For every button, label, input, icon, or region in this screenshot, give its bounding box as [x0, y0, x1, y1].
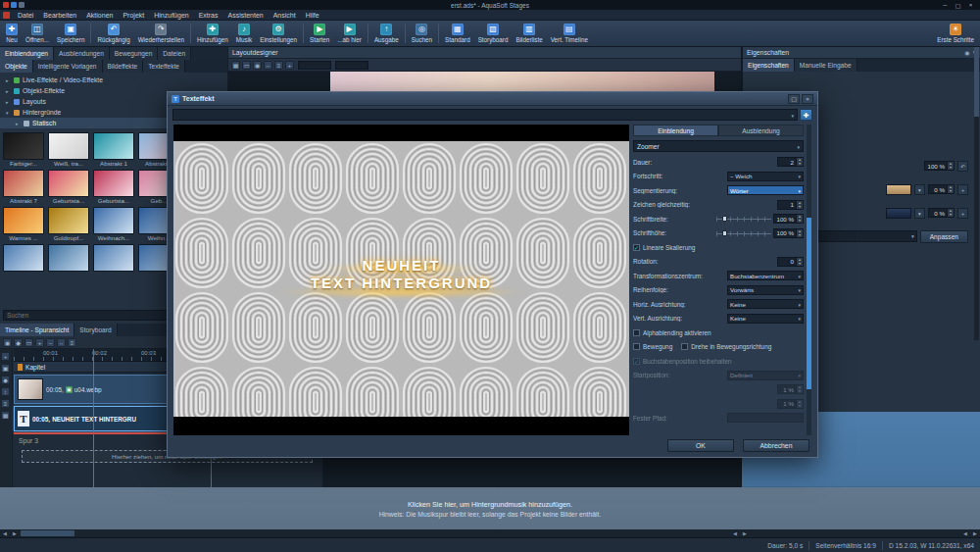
spinner-arrows-icon[interactable] [947, 209, 954, 217]
scroll-right-icon[interactable]: ▶ [740, 529, 750, 537]
designer-field[interactable] [335, 61, 368, 70]
pointer-icon[interactable]: ◉ [3, 338, 12, 347]
reset-icon[interactable]: ↶ [957, 161, 968, 172]
schrifthoehe-slider[interactable] [716, 229, 771, 237]
spinner-arrows-icon[interactable] [796, 258, 803, 266]
add-icon[interactable]: + [957, 184, 968, 195]
add-preset-button[interactable]: ✚ [800, 109, 812, 121]
new-button[interactable]: ✚Neu [2, 21, 22, 46]
startposition-select[interactable]: Definiert [727, 371, 804, 380]
fester-pfad-input[interactable] [727, 413, 804, 423]
spinner-arrows-icon[interactable] [796, 201, 803, 209]
menu-projekt[interactable]: Projekt [118, 10, 149, 20]
play-button[interactable]: ▶Starten [306, 21, 333, 46]
fortschritt-select[interactable]: ~ Weich [727, 172, 804, 181]
scroll-left-icon[interactable]: ◀ [730, 529, 740, 537]
scroll-right-icon[interactable]: ▶ [10, 529, 20, 537]
alphablending-checkbox[interactable] [633, 329, 640, 336]
scroll-left-icon[interactable]: ◀ [960, 529, 970, 537]
ok-button[interactable]: OK [667, 439, 734, 452]
thumbnail-goldtropfen[interactable]: Goldtropf... [48, 207, 92, 243]
dialog-titlebar[interactable]: T Texteffekt ▢ × [168, 92, 817, 106]
properties-scrollbar[interactable] [974, 17, 979, 340]
spinner-arrows-icon[interactable] [796, 385, 803, 393]
spinner-arrows-icon[interactable] [796, 215, 803, 223]
slider-thumb[interactable] [722, 216, 727, 222]
spinner-arrows-icon[interactable] [796, 400, 803, 408]
add-icon[interactable]: + [1, 352, 10, 361]
horiz-select[interactable]: Keine [727, 299, 804, 309]
list-icon[interactable]: ≡ [1, 399, 10, 408]
media-icon[interactable]: ▣ [1, 364, 10, 373]
layout-imagelist-button[interactable]: ▥Bilderliste [512, 21, 546, 46]
layout-standard-button[interactable]: ▦Standard [441, 21, 474, 46]
menu-extras[interactable]: Extras [194, 10, 223, 20]
thumbnail-geburtstag-2[interactable]: Geburtsta... [93, 170, 137, 206]
add-icon[interactable]: + [957, 208, 968, 219]
options-icon[interactable]: ≡ [68, 338, 76, 347]
thumbnail-farbiger[interactable]: Farbiger... [3, 132, 47, 169]
transform-select[interactable]: Buchstabenzentrum [727, 271, 804, 280]
scroll-left-icon[interactable]: ◀ [0, 529, 10, 537]
add-icon[interactable]: + [285, 61, 294, 70]
menu-hilfe[interactable]: Hilfe [301, 10, 324, 20]
cancel-button[interactable]: Abbrechen [743, 439, 809, 452]
scrollbar-thumb[interactable] [21, 530, 74, 536]
tab-eigenschaften[interactable]: Eigenschaften [743, 59, 795, 72]
frame-icon[interactable]: ▭ [242, 61, 251, 70]
thumbnail-warmes[interactable]: Warmes ... [3, 207, 47, 243]
menu-aktionen[interactable]: Aktionen [81, 10, 118, 20]
menu-hinzufuegen[interactable]: Hinzufügen [149, 10, 193, 20]
bewegung-checkbox[interactable] [633, 343, 640, 350]
designer-field[interactable] [298, 61, 331, 70]
first-steps-button[interactable]: ☀Erste Schritte [933, 21, 978, 46]
tab-einblendungen[interactable]: Einblendungen [0, 47, 54, 60]
zoom-out-icon[interactable]: − [46, 338, 55, 347]
quick-access-toolbar[interactable] [3, 2, 24, 8]
chevron-down-icon[interactable]: ▾ [914, 208, 925, 219]
border-spinner[interactable]: 0 % [928, 184, 955, 194]
transition-icon[interactable]: ◆ [1, 376, 10, 384]
tab-bewegungen[interactable]: Bewegungen [110, 47, 159, 60]
music-hint-bar[interactable]: Klicken Sie hier, um Hintergrundmusik hi… [0, 487, 980, 529]
start-x-spinner[interactable]: 1 % [777, 384, 804, 394]
chevron-down-icon[interactable]: ▾ [914, 184, 925, 195]
zeichen-spinner[interactable]: 1 [777, 200, 804, 210]
fit-width-icon[interactable]: ↔ [264, 61, 272, 70]
tab-dateien[interactable]: Dateien [158, 47, 191, 60]
thumbnail-weihnachten-1[interactable]: Weihnach... [93, 207, 137, 243]
tab-timeline-spuransicht[interactable]: Timeline - Spuransicht [0, 324, 74, 336]
settings-button[interactable]: ⚙Einstellungen [256, 21, 301, 46]
spinner-arrows-icon[interactable] [796, 158, 803, 166]
subtab-texteffekte[interactable]: Texteffekte [143, 60, 185, 73]
schriftbreite-slider[interactable] [716, 215, 771, 223]
menu-datei[interactable]: Datei [13, 10, 38, 20]
menu-assistenten[interactable]: Assistenten [223, 10, 269, 20]
opacity-spinner[interactable]: 100 % [924, 161, 955, 171]
menu-ansicht[interactable]: Ansicht [269, 10, 301, 20]
tab-ausblendung[interactable]: Ausblendung [718, 125, 804, 136]
tab-ausblendungen[interactable]: Ausblendungen [54, 47, 110, 60]
menu-bearbeiten[interactable]: Bearbeiten [38, 10, 81, 20]
reihenfolge-select[interactable]: Vorwärts [727, 285, 804, 295]
dialog-close-button[interactable]: × [802, 94, 813, 104]
vert-select[interactable]: Keine [727, 314, 804, 324]
open-button[interactable]: ◫Öffnen... [22, 21, 53, 46]
pin-icon[interactable]: ◉ [964, 49, 969, 56]
layout-storyboard-button[interactable]: ▧Storyboard [474, 21, 513, 46]
redo-button[interactable]: ↷Wiederherstellen [134, 21, 188, 46]
dialog-maximize-button[interactable]: ▢ [788, 94, 800, 104]
spinner-arrows-icon[interactable] [947, 162, 954, 170]
razor-icon[interactable]: ▭ [24, 338, 33, 347]
fit-icon[interactable]: ↔ [57, 338, 66, 347]
layout-vertical-timeline-button[interactable]: ▤Vert. Timeline [547, 21, 592, 46]
color-swatch[interactable] [886, 208, 911, 219]
effect-type-select[interactable]: Zoomer [633, 140, 804, 152]
buchstabenposition-checkbox[interactable] [633, 358, 640, 365]
zoom-in-icon[interactable]: + [35, 338, 44, 347]
schrifthoehe-spinner[interactable]: 100 % [773, 228, 804, 238]
spinner-arrows-icon[interactable] [796, 229, 803, 237]
thumbnail[interactable] [93, 244, 137, 280]
thumbnail-geburtstag-1[interactable]: Geburtsta... [48, 170, 92, 206]
music-button[interactable]: ♪Musik [232, 21, 256, 46]
